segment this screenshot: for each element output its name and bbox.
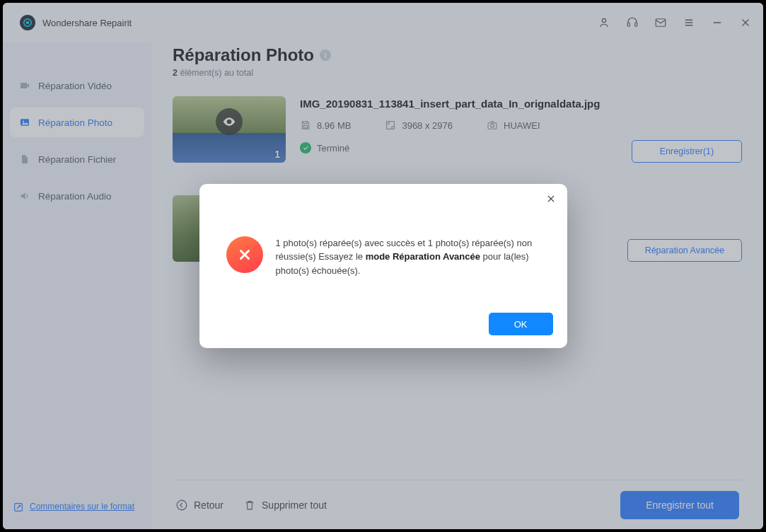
modal-ok-button[interactable]: OK	[489, 313, 553, 335]
modal-close-button[interactable]	[546, 194, 557, 205]
error-icon	[226, 236, 263, 273]
modal-overlay: 1 photo(s) réparée(s) avec succès et 1 p…	[3, 3, 763, 529]
modal-dialog: 1 photo(s) réparée(s) avec succès et 1 p…	[199, 184, 567, 349]
modal-message: 1 photo(s) réparée(s) avec succès et 1 p…	[276, 236, 540, 278]
